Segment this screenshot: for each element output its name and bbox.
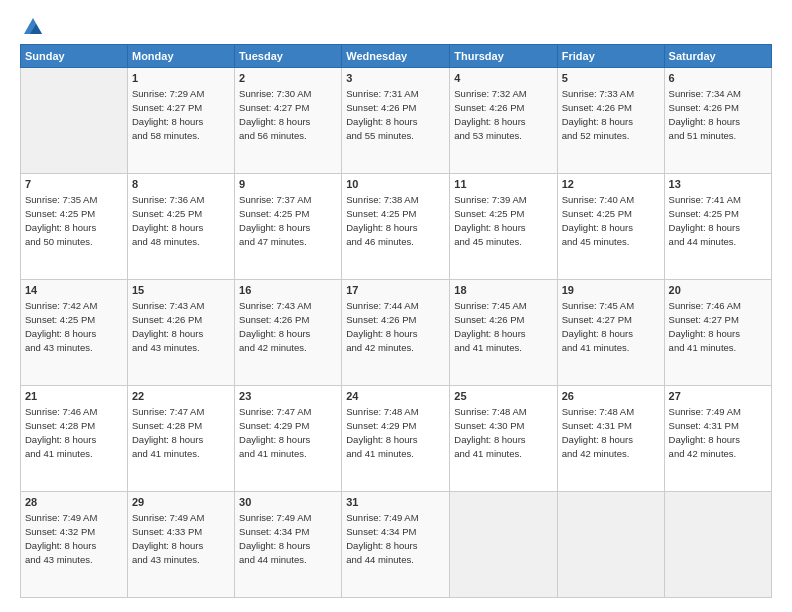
calendar-cell: 27Sunrise: 7:49 AMSunset: 4:31 PMDayligh…: [664, 386, 771, 492]
calendar-cell: 17Sunrise: 7:44 AMSunset: 4:26 PMDayligh…: [342, 280, 450, 386]
day-info: Sunrise: 7:41 AMSunset: 4:25 PMDaylight:…: [669, 193, 767, 248]
day-number: 26: [562, 389, 660, 404]
day-number: 11: [454, 177, 552, 192]
calendar-cell: 16Sunrise: 7:43 AMSunset: 4:26 PMDayligh…: [235, 280, 342, 386]
day-number: 13: [669, 177, 767, 192]
calendar-week-4: 28Sunrise: 7:49 AMSunset: 4:32 PMDayligh…: [21, 492, 772, 598]
day-info: Sunrise: 7:49 AMSunset: 4:34 PMDaylight:…: [239, 511, 337, 566]
day-info: Sunrise: 7:42 AMSunset: 4:25 PMDaylight:…: [25, 299, 123, 354]
day-number: 18: [454, 283, 552, 298]
weekday-header-monday: Monday: [127, 45, 234, 68]
calendar-cell: 31Sunrise: 7:49 AMSunset: 4:34 PMDayligh…: [342, 492, 450, 598]
day-info: Sunrise: 7:38 AMSunset: 4:25 PMDaylight:…: [346, 193, 445, 248]
day-info: Sunrise: 7:49 AMSunset: 4:32 PMDaylight:…: [25, 511, 123, 566]
day-number: 14: [25, 283, 123, 298]
day-number: 27: [669, 389, 767, 404]
calendar-cell: 1Sunrise: 7:29 AMSunset: 4:27 PMDaylight…: [127, 68, 234, 174]
day-info: Sunrise: 7:48 AMSunset: 4:31 PMDaylight:…: [562, 405, 660, 460]
calendar-header: SundayMondayTuesdayWednesdayThursdayFrid…: [21, 45, 772, 68]
calendar-cell: 12Sunrise: 7:40 AMSunset: 4:25 PMDayligh…: [557, 174, 664, 280]
day-number: 17: [346, 283, 445, 298]
calendar-cell: 29Sunrise: 7:49 AMSunset: 4:33 PMDayligh…: [127, 492, 234, 598]
day-info: Sunrise: 7:36 AMSunset: 4:25 PMDaylight:…: [132, 193, 230, 248]
day-number: 6: [669, 71, 767, 86]
calendar-cell: 19Sunrise: 7:45 AMSunset: 4:27 PMDayligh…: [557, 280, 664, 386]
day-info: Sunrise: 7:47 AMSunset: 4:29 PMDaylight:…: [239, 405, 337, 460]
calendar-week-0: 1Sunrise: 7:29 AMSunset: 4:27 PMDaylight…: [21, 68, 772, 174]
calendar-cell: 13Sunrise: 7:41 AMSunset: 4:25 PMDayligh…: [664, 174, 771, 280]
calendar-week-3: 21Sunrise: 7:46 AMSunset: 4:28 PMDayligh…: [21, 386, 772, 492]
day-number: 15: [132, 283, 230, 298]
day-number: 25: [454, 389, 552, 404]
calendar-cell: 23Sunrise: 7:47 AMSunset: 4:29 PMDayligh…: [235, 386, 342, 492]
weekday-header-row: SundayMondayTuesdayWednesdayThursdayFrid…: [21, 45, 772, 68]
calendar-cell: 9Sunrise: 7:37 AMSunset: 4:25 PMDaylight…: [235, 174, 342, 280]
day-info: Sunrise: 7:49 AMSunset: 4:34 PMDaylight:…: [346, 511, 445, 566]
calendar-cell: 14Sunrise: 7:42 AMSunset: 4:25 PMDayligh…: [21, 280, 128, 386]
day-info: Sunrise: 7:44 AMSunset: 4:26 PMDaylight:…: [346, 299, 445, 354]
day-number: 31: [346, 495, 445, 510]
calendar-table: SundayMondayTuesdayWednesdayThursdayFrid…: [20, 44, 772, 598]
day-number: 19: [562, 283, 660, 298]
weekday-header-sunday: Sunday: [21, 45, 128, 68]
weekday-header-thursday: Thursday: [450, 45, 557, 68]
calendar-cell: 8Sunrise: 7:36 AMSunset: 4:25 PMDaylight…: [127, 174, 234, 280]
logo: [20, 18, 44, 34]
day-number: 22: [132, 389, 230, 404]
day-number: 16: [239, 283, 337, 298]
calendar-cell: 6Sunrise: 7:34 AMSunset: 4:26 PMDaylight…: [664, 68, 771, 174]
day-info: Sunrise: 7:45 AMSunset: 4:26 PMDaylight:…: [454, 299, 552, 354]
day-number: 24: [346, 389, 445, 404]
page: SundayMondayTuesdayWednesdayThursdayFrid…: [0, 0, 792, 612]
day-info: Sunrise: 7:30 AMSunset: 4:27 PMDaylight:…: [239, 87, 337, 142]
day-number: 3: [346, 71, 445, 86]
calendar-cell: 11Sunrise: 7:39 AMSunset: 4:25 PMDayligh…: [450, 174, 557, 280]
calendar-cell: [557, 492, 664, 598]
day-info: Sunrise: 7:48 AMSunset: 4:29 PMDaylight:…: [346, 405, 445, 460]
day-info: Sunrise: 7:39 AMSunset: 4:25 PMDaylight:…: [454, 193, 552, 248]
day-info: Sunrise: 7:31 AMSunset: 4:26 PMDaylight:…: [346, 87, 445, 142]
day-info: Sunrise: 7:29 AMSunset: 4:27 PMDaylight:…: [132, 87, 230, 142]
calendar-cell: 15Sunrise: 7:43 AMSunset: 4:26 PMDayligh…: [127, 280, 234, 386]
day-number: 7: [25, 177, 123, 192]
day-info: Sunrise: 7:49 AMSunset: 4:33 PMDaylight:…: [132, 511, 230, 566]
day-info: Sunrise: 7:40 AMSunset: 4:25 PMDaylight:…: [562, 193, 660, 248]
logo-icon: [22, 16, 44, 38]
day-number: 21: [25, 389, 123, 404]
day-number: 30: [239, 495, 337, 510]
day-number: 5: [562, 71, 660, 86]
calendar-cell: 20Sunrise: 7:46 AMSunset: 4:27 PMDayligh…: [664, 280, 771, 386]
weekday-header-friday: Friday: [557, 45, 664, 68]
day-number: 1: [132, 71, 230, 86]
day-number: 12: [562, 177, 660, 192]
calendar-cell: 30Sunrise: 7:49 AMSunset: 4:34 PMDayligh…: [235, 492, 342, 598]
calendar-cell: 22Sunrise: 7:47 AMSunset: 4:28 PMDayligh…: [127, 386, 234, 492]
calendar-cell: 3Sunrise: 7:31 AMSunset: 4:26 PMDaylight…: [342, 68, 450, 174]
day-info: Sunrise: 7:33 AMSunset: 4:26 PMDaylight:…: [562, 87, 660, 142]
day-info: Sunrise: 7:34 AMSunset: 4:26 PMDaylight:…: [669, 87, 767, 142]
calendar-cell: 10Sunrise: 7:38 AMSunset: 4:25 PMDayligh…: [342, 174, 450, 280]
calendar-week-1: 7Sunrise: 7:35 AMSunset: 4:25 PMDaylight…: [21, 174, 772, 280]
calendar-cell: 21Sunrise: 7:46 AMSunset: 4:28 PMDayligh…: [21, 386, 128, 492]
calendar-cell: 26Sunrise: 7:48 AMSunset: 4:31 PMDayligh…: [557, 386, 664, 492]
calendar-cell: 24Sunrise: 7:48 AMSunset: 4:29 PMDayligh…: [342, 386, 450, 492]
day-number: 10: [346, 177, 445, 192]
calendar-cell: [450, 492, 557, 598]
calendar-week-2: 14Sunrise: 7:42 AMSunset: 4:25 PMDayligh…: [21, 280, 772, 386]
calendar-cell: 18Sunrise: 7:45 AMSunset: 4:26 PMDayligh…: [450, 280, 557, 386]
calendar-body: 1Sunrise: 7:29 AMSunset: 4:27 PMDaylight…: [21, 68, 772, 598]
day-number: 8: [132, 177, 230, 192]
calendar-cell: 4Sunrise: 7:32 AMSunset: 4:26 PMDaylight…: [450, 68, 557, 174]
calendar-cell: 25Sunrise: 7:48 AMSunset: 4:30 PMDayligh…: [450, 386, 557, 492]
day-info: Sunrise: 7:32 AMSunset: 4:26 PMDaylight:…: [454, 87, 552, 142]
day-info: Sunrise: 7:46 AMSunset: 4:28 PMDaylight:…: [25, 405, 123, 460]
weekday-header-tuesday: Tuesday: [235, 45, 342, 68]
day-info: Sunrise: 7:43 AMSunset: 4:26 PMDaylight:…: [132, 299, 230, 354]
day-info: Sunrise: 7:35 AMSunset: 4:25 PMDaylight:…: [25, 193, 123, 248]
header: [20, 18, 772, 34]
day-info: Sunrise: 7:46 AMSunset: 4:27 PMDaylight:…: [669, 299, 767, 354]
weekday-header-wednesday: Wednesday: [342, 45, 450, 68]
day-number: 28: [25, 495, 123, 510]
day-number: 20: [669, 283, 767, 298]
calendar-cell: 28Sunrise: 7:49 AMSunset: 4:32 PMDayligh…: [21, 492, 128, 598]
